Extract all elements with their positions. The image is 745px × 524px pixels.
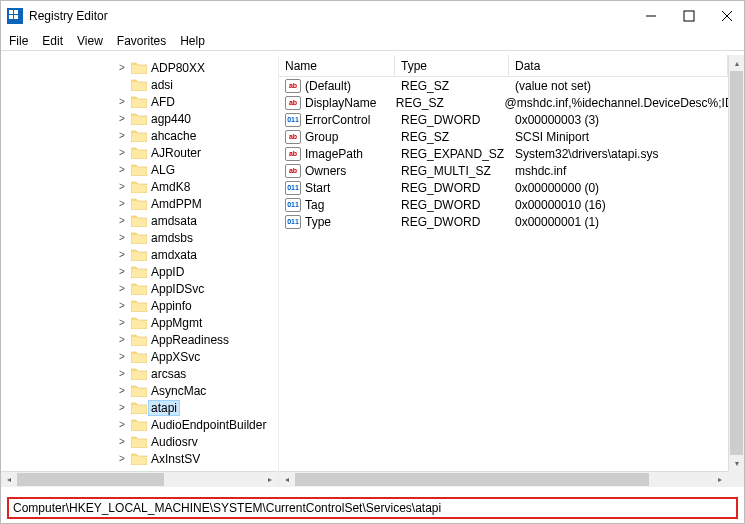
scroll-left-button[interactable]: ◂ [1, 472, 17, 487]
registry-tree[interactable]: >ADP80XXadsi>AFD>agp440>ahcache>AJRouter… [1, 59, 278, 471]
tree-item[interactable]: >AJRouter [1, 144, 278, 161]
expand-chevron-icon[interactable]: > [115, 300, 129, 311]
scroll-thumb[interactable] [17, 473, 164, 486]
tree-item[interactable]: >AppXSvc [1, 348, 278, 365]
value-data: @mshdc.inf,%idechannel.DeviceDesc%;ID [499, 96, 728, 110]
tree-item[interactable]: >AsyncMac [1, 382, 278, 399]
folder-icon [131, 95, 147, 108]
scroll-track[interactable] [295, 472, 712, 487]
tree-item[interactable]: >AmdK8 [1, 178, 278, 195]
expand-chevron-icon[interactable]: > [115, 436, 129, 447]
expand-chevron-icon[interactable]: > [115, 147, 129, 158]
list-row[interactable]: abOwnersREG_MULTI_SZmshdc.inf [279, 162, 728, 179]
tree-item[interactable]: >agp440 [1, 110, 278, 127]
expand-chevron-icon[interactable]: > [115, 130, 129, 141]
scroll-track[interactable] [729, 71, 744, 455]
expand-chevron-icon[interactable]: > [115, 351, 129, 362]
menu-view[interactable]: View [77, 34, 103, 48]
value-data: (value not set) [509, 79, 728, 93]
expand-chevron-icon[interactable]: > [115, 232, 129, 243]
value-data: 0x00000010 (16) [509, 198, 728, 212]
maximize-button[interactable] [682, 9, 696, 23]
expand-chevron-icon[interactable]: > [115, 113, 129, 124]
expand-chevron-icon[interactable]: > [115, 181, 129, 192]
values-horizontal-scrollbar[interactable]: ◂ ▸ [279, 471, 728, 487]
minimize-button[interactable] [644, 9, 658, 23]
list-row[interactable]: abDisplayNameREG_SZ@mshdc.inf,%idechanne… [279, 94, 728, 111]
list-row[interactable]: 011StartREG_DWORD0x00000000 (0) [279, 179, 728, 196]
expand-chevron-icon[interactable]: > [115, 215, 129, 226]
tree-item[interactable]: >amdxata [1, 246, 278, 263]
scroll-right-button[interactable]: ▸ [712, 472, 728, 487]
scroll-track[interactable] [17, 472, 262, 487]
tree-item[interactable]: >ADP80XX [1, 59, 278, 76]
tree-item-label: Audiosrv [151, 435, 198, 449]
tree-item-label: AsyncMac [151, 384, 206, 398]
tree-item[interactable]: >amdsbs [1, 229, 278, 246]
tree-item[interactable]: >AFD [1, 93, 278, 110]
list-row[interactable]: abImagePathREG_EXPAND_SZSystem32\drivers… [279, 145, 728, 162]
tree-item[interactable]: >ALG [1, 161, 278, 178]
tree-item[interactable]: >AppReadiness [1, 331, 278, 348]
expand-chevron-icon[interactable]: > [115, 419, 129, 430]
list-row[interactable]: ab(Default)REG_SZ(value not set) [279, 77, 728, 94]
expand-chevron-icon[interactable]: > [115, 164, 129, 175]
expand-chevron-icon[interactable]: > [115, 453, 129, 464]
expand-chevron-icon[interactable]: > [115, 198, 129, 209]
menu-favorites[interactable]: Favorites [117, 34, 166, 48]
expand-chevron-icon[interactable]: > [115, 317, 129, 328]
close-button[interactable] [720, 9, 734, 23]
value-data: 0x00000003 (3) [509, 113, 728, 127]
panes: >ADP80XXadsi>AFD>agp440>ahcache>AJRouter… [1, 55, 744, 487]
tree-item[interactable]: adsi [1, 76, 278, 93]
svg-rect-2 [14, 10, 18, 14]
tree-item[interactable]: >AppID [1, 263, 278, 280]
scroll-up-button[interactable]: ▴ [729, 55, 744, 71]
tree-item[interactable]: >AppMgmt [1, 314, 278, 331]
values-vertical-scrollbar[interactable]: ▴ ▾ [728, 55, 744, 471]
expand-chevron-icon[interactable]: > [115, 96, 129, 107]
tree-item[interactable]: >AppIDSvc [1, 280, 278, 297]
expand-chevron-icon[interactable]: > [115, 334, 129, 345]
menu-help[interactable]: Help [180, 34, 205, 48]
column-header-data[interactable]: Data [509, 55, 728, 76]
tree-item[interactable]: >ahcache [1, 127, 278, 144]
scroll-thumb[interactable] [730, 71, 743, 455]
folder-icon [131, 350, 147, 363]
tree-item[interactable]: >AmdPPM [1, 195, 278, 212]
expand-chevron-icon[interactable]: > [115, 385, 129, 396]
menu-edit[interactable]: Edit [42, 34, 63, 48]
tree-item[interactable]: >Audiosrv [1, 433, 278, 450]
expand-chevron-icon[interactable]: > [115, 402, 129, 413]
tree-item[interactable]: >Appinfo [1, 297, 278, 314]
tree-item[interactable]: >AudioEndpointBuilder [1, 416, 278, 433]
scroll-right-button[interactable]: ▸ [262, 472, 278, 487]
string-value-icon: ab [285, 96, 301, 110]
scroll-thumb[interactable] [295, 473, 649, 486]
tree-item[interactable]: >AxInstSV [1, 450, 278, 467]
tree-item[interactable]: >atapi [1, 399, 278, 416]
string-value-icon: ab [285, 147, 301, 161]
value-name: (Default) [305, 79, 351, 93]
address-bar[interactable]: Computer\HKEY_LOCAL_MACHINE\SYSTEM\Curre… [7, 497, 738, 519]
menu-file[interactable]: File [9, 34, 28, 48]
expand-chevron-icon[interactable]: > [115, 266, 129, 277]
scroll-down-button[interactable]: ▾ [729, 455, 744, 471]
expand-chevron-icon[interactable]: > [115, 368, 129, 379]
column-header-type[interactable]: Type [395, 55, 509, 76]
expand-chevron-icon[interactable]: > [115, 283, 129, 294]
expand-chevron-icon[interactable]: > [115, 249, 129, 260]
list-row[interactable]: 011ErrorControlREG_DWORD0x00000003 (3) [279, 111, 728, 128]
expand-chevron-icon[interactable]: > [115, 62, 129, 73]
scroll-left-button[interactable]: ◂ [279, 472, 295, 487]
tree-item[interactable]: >arcsas [1, 365, 278, 382]
column-header-name[interactable]: Name [279, 55, 395, 76]
list-row[interactable]: 011TagREG_DWORD0x00000010 (16) [279, 196, 728, 213]
list-row[interactable]: abGroupREG_SZSCSI Miniport [279, 128, 728, 145]
folder-icon [131, 248, 147, 261]
value-name: ImagePath [305, 147, 363, 161]
value-type: REG_SZ [395, 79, 509, 93]
tree-item[interactable]: >amdsata [1, 212, 278, 229]
list-row[interactable]: 011TypeREG_DWORD0x00000001 (1) [279, 213, 728, 230]
tree-horizontal-scrollbar[interactable]: ◂ ▸ [1, 471, 278, 487]
